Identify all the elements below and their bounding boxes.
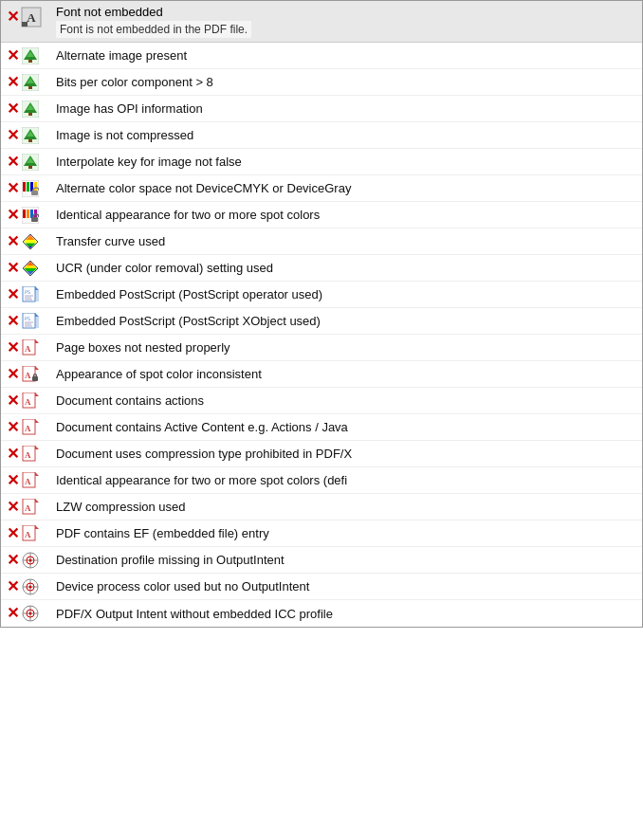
list-item: ✕ A Page boxes not nested properly (1, 335, 642, 361)
x-mark-icon: ✕ (7, 579, 19, 594)
x-mark-icon: ✕ (7, 447, 19, 462)
svg-marker-89 (35, 525, 39, 529)
x-mark-icon: ✕ (7, 500, 19, 515)
item-label: PDF contains EF (embedded file) entry (56, 526, 269, 540)
item-label: Identical appearance for two or more spo… (56, 473, 347, 487)
header-row: ✕ A Font not embedded Font is not embedd… (1, 1, 642, 43)
header-title: Font not embedded (56, 5, 251, 19)
svg-rect-72 (32, 376, 38, 381)
x-mark-icon: ✕ (7, 526, 19, 541)
colorbars-lock-icon (22, 180, 39, 197)
pdf-plain-icon: A (22, 419, 39, 436)
list-item: ✕ Image is not compressed (1, 122, 642, 149)
svg-marker-70 (35, 366, 39, 370)
item-icon-col: ✕ A (7, 339, 56, 356)
list-item: ✕ PS Embedded PostScript (PostScript XOb… (1, 308, 642, 335)
item-icon-col: ✕ (7, 605, 56, 622)
x-mark-icon: ✕ (7, 314, 19, 329)
svg-rect-27 (34, 182, 37, 192)
svg-text:A: A (25, 477, 31, 486)
x-mark-icon: ✕ (7, 473, 19, 488)
list-item: ✕ PDF/X Output Intent without embedded I… (1, 600, 642, 627)
pdf-plain-icon: A (22, 525, 39, 542)
svg-text:A: A (25, 424, 31, 433)
item-label: Alternate color space not DeviceCMYK or … (56, 181, 351, 195)
svg-rect-47 (22, 263, 39, 265)
svg-rect-21 (28, 166, 32, 169)
item-label: Image is not compressed (56, 128, 193, 142)
svg-text:A: A (25, 530, 31, 539)
item-label: UCR (under color removal) setting used (56, 261, 273, 275)
list-item: ✕ Identical appearance for two or more s… (1, 202, 642, 228)
pdf-plain-icon: A (22, 472, 39, 489)
x-mark-icon: ✕ (7, 393, 19, 409)
svg-rect-39 (22, 236, 39, 240)
green-tree-icon (22, 127, 39, 144)
ps-blue-icon: PS (22, 313, 39, 330)
font-icon: A (21, 7, 42, 27)
item-icon-col: ✕ (7, 47, 56, 64)
svg-text:A: A (25, 371, 31, 380)
svg-rect-17 (28, 139, 32, 142)
item-label: Alternate image present (56, 48, 187, 63)
x-mark-icon: ✕ (7, 75, 19, 90)
pdf-plain-icon: A (22, 446, 39, 463)
x-mark-icon: ✕ (7, 234, 19, 249)
svg-marker-86 (35, 499, 39, 502)
header-icon-col: ✕ A (7, 7, 56, 27)
x-mark-icon: ✕ (7, 208, 19, 223)
svg-marker-80 (35, 446, 39, 449)
item-label: Device process color used but no OutputI… (56, 579, 309, 593)
ps-blue-icon: PS (22, 286, 39, 303)
green-tree-icon (22, 74, 39, 91)
item-icon-col: ✕ A (7, 446, 56, 463)
item-label: Identical appearance for two or more spo… (56, 208, 320, 222)
list-item: ✕ A Identical appearance for two or more… (1, 467, 642, 494)
list-item: ✕ Interpolate key for image not false (1, 149, 642, 175)
transfer2-icon (22, 260, 39, 277)
list-item: ✕ Alternate image present (1, 43, 642, 69)
item-icon-col: ✕ (7, 180, 56, 197)
svg-text:A: A (25, 503, 31, 513)
x-mark-icon: ✕ (7, 367, 19, 382)
item-label: Embedded PostScript (PostScript XObject … (56, 314, 321, 328)
list-item: ✕ Device process color used but no Outpu… (1, 574, 642, 600)
item-icon-col: ✕ A (7, 366, 56, 383)
x-mark-icon: ✕ (7, 340, 19, 356)
svg-rect-5 (28, 60, 32, 63)
svg-point-105 (29, 612, 32, 615)
list-item: ✕ Bits per color component > 8 (1, 69, 642, 96)
item-label: PDF/X Output Intent without embedded ICC… (56, 607, 333, 621)
svg-marker-60 (35, 313, 39, 317)
pdf-plain-icon: A (22, 393, 39, 410)
svg-rect-61 (35, 317, 39, 328)
green-tree-icon (22, 47, 39, 64)
list-item: ✕ A Appearance of spot color inconsisten… (1, 361, 642, 388)
x-mark-icon: ✕ (7, 128, 19, 143)
svg-rect-9 (28, 86, 32, 89)
x-mark-icon: ✕ (7, 287, 19, 302)
item-label: Transfer curve used (56, 234, 165, 248)
item-label: Destination profile missing in OutputInt… (56, 553, 285, 567)
x-mark-icon: ✕ (7, 155, 19, 170)
svg-text:A: A (25, 450, 31, 460)
item-label: Embedded PostScript (PostScript operator… (56, 287, 322, 301)
svg-rect-2 (22, 22, 28, 27)
svg-text:PS: PS (25, 289, 30, 295)
header-description: Font is not embedded in the PDF file. (56, 21, 251, 38)
svg-rect-24 (23, 182, 26, 192)
x-mark-icon: ✕ (7, 181, 19, 196)
item-icon-col: ✕ A (7, 499, 56, 516)
list-item: ✕ Image has OPI information (1, 96, 642, 122)
svg-point-95 (29, 558, 32, 561)
item-icon-col: ✕ (7, 260, 56, 277)
list-item: ✕ PS Embedded PostScript (PostScript ope… (1, 282, 642, 308)
item-label: Page boxes not nested properly (56, 340, 230, 355)
item-label: Image has OPI information (56, 101, 203, 116)
svg-text:A: A (25, 397, 31, 407)
item-label: Document contains Active Content e.g. Ac… (56, 420, 348, 434)
item-icon-col: ✕ A (7, 393, 56, 410)
item-icon-col: ✕ (7, 578, 56, 595)
svg-rect-30 (23, 210, 26, 218)
x-mark-icon: ✕ (7, 261, 19, 276)
